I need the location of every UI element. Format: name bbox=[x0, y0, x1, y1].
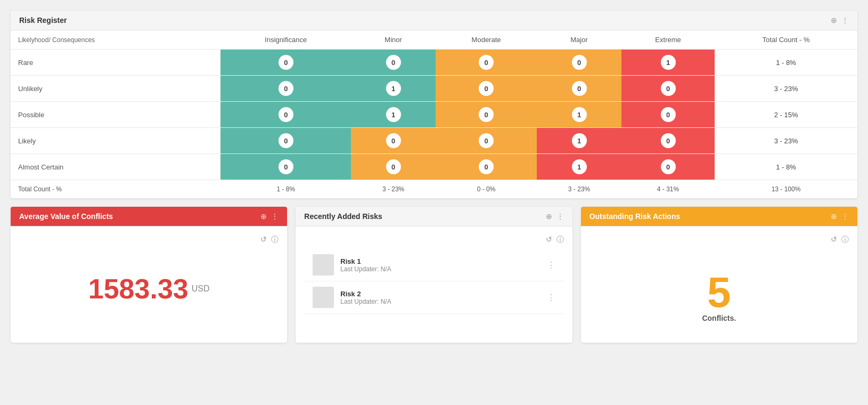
risk-cell[interactable]: 1 bbox=[351, 76, 436, 102]
risk-cell[interactable]: 0 bbox=[220, 76, 351, 102]
risk-cell[interactable]: 0 bbox=[220, 102, 351, 128]
col-header-total: Total Count - % bbox=[715, 30, 857, 50]
avg-conflicts-title: Average Value of Conflicts bbox=[19, 212, 113, 221]
row-total: 2 - 15% bbox=[715, 102, 857, 128]
avg-top-icons: ↺ ⓘ bbox=[19, 235, 279, 245]
avg-menu-icon[interactable]: ⋮ bbox=[271, 212, 279, 221]
avg-conflicts-header: Average Value of Conflicts ⊕ ⋮ bbox=[11, 207, 287, 226]
risk-cell[interactable]: 0 bbox=[621, 102, 715, 128]
cell-badge: 0 bbox=[386, 159, 401, 174]
cell-badge: 0 bbox=[279, 133, 293, 148]
list-item[interactable]: Risk 2Last Updater: N/A⋮ bbox=[304, 281, 563, 314]
cell-badge: 0 bbox=[479, 81, 494, 96]
cell-badge: 0 bbox=[661, 107, 676, 122]
risk-cell[interactable]: 0 bbox=[621, 76, 715, 102]
outstanding-info-icon[interactable]: ⓘ bbox=[841, 235, 849, 245]
risk-cell[interactable]: 1 bbox=[621, 50, 715, 76]
avg-conflicts-panel: Average Value of Conflicts ⊕ ⋮ ↺ ⓘ 1583.… bbox=[11, 207, 287, 343]
list-item[interactable]: Risk 1Last Updater: N/A⋮ bbox=[304, 249, 563, 281]
risk-name: Risk 2 bbox=[340, 290, 540, 298]
col-header-likelihood: Likelyhood/ Consequences bbox=[11, 30, 220, 50]
table-row: Almost Certain000101 - 8% bbox=[11, 154, 857, 180]
cell-badge: 0 bbox=[279, 55, 293, 70]
risk-item-menu-icon[interactable]: ⋮ bbox=[547, 260, 555, 270]
outstanding-menu-icon[interactable]: ⋮ bbox=[841, 212, 849, 221]
risk-list: Risk 1Last Updater: N/A⋮Risk 2Last Updat… bbox=[304, 249, 563, 314]
risk-cell[interactable]: 0 bbox=[220, 50, 351, 76]
risk-cell[interactable]: 0 bbox=[436, 154, 537, 180]
cell-badge: 1 bbox=[572, 107, 587, 122]
risk-cell[interactable]: 1 bbox=[537, 154, 621, 180]
outstanding-risks-panel: Outstanding Risk Actions ⊕ ⋮ ↺ ⓘ 5 Confl… bbox=[581, 207, 857, 343]
risk-updater: Last Updater: N/A bbox=[340, 265, 540, 273]
conflicts-count: 5 bbox=[707, 271, 731, 314]
cell-badge: 0 bbox=[661, 133, 676, 148]
risk-cell[interactable]: 0 bbox=[621, 128, 715, 154]
risk-cell[interactable]: 0 bbox=[220, 154, 351, 180]
risk-cell[interactable]: 0 bbox=[351, 154, 436, 180]
outstanding-refresh-icon[interactable]: ↺ bbox=[831, 235, 837, 245]
risk-cell[interactable]: 0 bbox=[537, 76, 621, 102]
risk-info: Risk 2Last Updater: N/A bbox=[340, 290, 540, 305]
cell-badge: 1 bbox=[572, 159, 587, 174]
cell-badge: 0 bbox=[572, 81, 587, 96]
avg-conflicts-icons: ⊕ ⋮ bbox=[260, 212, 279, 221]
totals-row: Total Count - %1 - 8%3 - 23%0 - 0%3 - 23… bbox=[11, 180, 857, 199]
row-label: Almost Certain bbox=[11, 154, 220, 180]
risk-cell[interactable]: 0 bbox=[351, 50, 436, 76]
menu-icon[interactable]: ⋮ bbox=[841, 16, 849, 25]
cell-badge: 1 bbox=[386, 107, 401, 122]
risk-info: Risk 1Last Updater: N/A bbox=[340, 257, 540, 273]
bottom-panels: Average Value of Conflicts ⊕ ⋮ ↺ ⓘ 1583.… bbox=[11, 207, 857, 343]
risk-cell[interactable]: 1 bbox=[537, 128, 621, 154]
table-row: Rare000011 - 8% bbox=[11, 50, 857, 76]
risk-cell[interactable]: 0 bbox=[436, 76, 537, 102]
risk-updater: Last Updater: N/A bbox=[340, 298, 540, 305]
outstanding-risks-header: Outstanding Risk Actions ⊕ ⋮ bbox=[581, 207, 857, 226]
risk-cell[interactable]: 0 bbox=[436, 128, 537, 154]
cell-badge: 0 bbox=[479, 133, 494, 148]
risk-register-panel: Risk Register ⊕ ⋮ Likelyhood/ Consequenc… bbox=[11, 11, 857, 198]
cell-badge: 0 bbox=[279, 159, 293, 174]
risk-item-menu-icon[interactable]: ⋮ bbox=[547, 293, 555, 303]
risk-cell[interactable]: 0 bbox=[621, 154, 715, 180]
avg-conflicts-body: ↺ ⓘ 1583.33 USD bbox=[11, 226, 287, 337]
risk-name: Risk 1 bbox=[340, 257, 540, 265]
risks-refresh-icon[interactable]: ↺ bbox=[546, 235, 552, 245]
risks-move-icon[interactable]: ⊕ bbox=[546, 212, 552, 221]
risk-cell[interactable]: 0 bbox=[351, 128, 436, 154]
recently-added-icons: ⊕ ⋮ bbox=[546, 212, 564, 221]
cell-badge: 0 bbox=[279, 81, 293, 96]
risk-cell[interactable]: 1 bbox=[351, 102, 436, 128]
row-total: 1 - 8% bbox=[715, 50, 857, 76]
avg-info-icon[interactable]: ⓘ bbox=[271, 235, 279, 245]
totals-cell: 3 - 23% bbox=[537, 180, 621, 199]
risks-menu-icon[interactable]: ⋮ bbox=[556, 212, 564, 221]
outstanding-icons: ⊕ ⋮ bbox=[831, 212, 849, 221]
recently-added-title: Recently Added Risks bbox=[304, 212, 382, 221]
col-header-major: Major bbox=[537, 30, 621, 50]
cell-badge: 1 bbox=[661, 55, 676, 70]
risks-top-icons: ↺ ⓘ bbox=[304, 235, 563, 245]
table-row: Likely000103 - 23% bbox=[11, 128, 857, 154]
avg-move-icon[interactable]: ⊕ bbox=[260, 212, 267, 221]
risk-cell[interactable]: 0 bbox=[220, 128, 351, 154]
cell-badge: 0 bbox=[479, 55, 494, 70]
risk-register-header: Risk Register ⊕ ⋮ bbox=[11, 11, 857, 30]
risk-cell[interactable]: 0 bbox=[436, 50, 537, 76]
risk-table: Likelyhood/ Consequences Insignificance … bbox=[11, 30, 857, 198]
cell-badge: 0 bbox=[479, 107, 494, 122]
risk-cell[interactable]: 0 bbox=[537, 50, 621, 76]
risk-cell[interactable]: 1 bbox=[537, 102, 621, 128]
outstanding-top-icons: ↺ ⓘ bbox=[589, 235, 849, 245]
outstanding-move-icon[interactable]: ⊕ bbox=[831, 212, 837, 221]
col-header-minor: Minor bbox=[351, 30, 436, 50]
risk-cell[interactable]: 0 bbox=[436, 102, 537, 128]
totals-cell: 0 - 0% bbox=[436, 180, 537, 199]
risks-info-icon[interactable]: ⓘ bbox=[556, 235, 564, 245]
avg-unit: USD bbox=[192, 284, 210, 294]
recently-added-header: Recently Added Risks ⊕ ⋮ bbox=[296, 207, 572, 226]
avg-refresh-icon[interactable]: ↺ bbox=[260, 235, 267, 245]
move-icon[interactable]: ⊕ bbox=[831, 16, 837, 25]
totals-cell: 13 - 100% bbox=[715, 180, 857, 199]
